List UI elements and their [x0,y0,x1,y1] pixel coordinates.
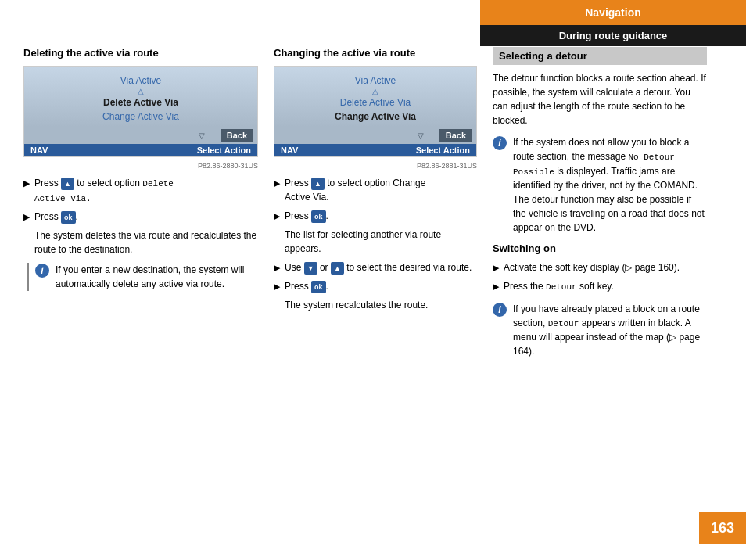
left-nav-screen: Via Active △ Delete Active Via Change Ac… [23,66,258,157]
left-caption: P82.86-2880-31US [23,162,258,170]
left-step-1-text: Press ▲ to select option DeleteActive Vi… [34,176,174,205]
nav-down-arrow-left: ▽ [199,131,205,140]
mid-column: Changing the active via route Via Active… [274,47,477,529]
right-column: Selecting a detour The detour function b… [493,47,723,529]
detour-code: Detour [546,282,577,292]
bullet-arrow-2: ▶ [23,210,30,224]
ok-btn-mid-1: ok [311,210,326,223]
left-step-1: ▶ Press ▲ to select option DeleteActive … [23,176,258,205]
left-step-2-text: Press ok. [34,210,78,224]
main-content: Deleting the active via route Via Active… [0,0,746,560]
no-detour-code: No Detour Possible [513,153,675,177]
switch-step-1-text: Activate the soft key display (▷ page 16… [504,260,680,275]
switch-step-2-text: Press the Detour soft key. [504,279,614,294]
detour-section-title: Selecting a detour [493,47,707,65]
up-btn-mid: ▲ [311,178,325,190]
mid-result-1: The list for selecting another via route… [285,228,477,256]
bullet-arrow-mid-3: ▶ [274,261,280,275]
switch-step-1: ▶ Activate the soft key display (▷ page … [493,260,707,275]
up-btn-mid-2: ▲ [331,262,344,275]
left-info-text: If you enter a new destination, the syst… [56,263,258,291]
left-section-title: Deleting the active via route [23,47,258,59]
right-info-1-text: If the system does not allow you to bloc… [513,135,707,235]
mid-caption: P82.86-2881-31US [274,162,477,170]
nav-status-left-mid: NAV [281,145,298,155]
bullet-arrow-right-1: ▶ [493,261,499,275]
bullet-arrow-1: ▶ [23,177,30,190]
mid-step-2: ▶ Press ok. [274,209,477,223]
left-info-bar [27,263,29,291]
back-button-left[interactable]: Back [221,129,253,142]
mid-step-1-text: Press ▲ to select option ChangeActive Vi… [285,176,425,204]
left-step-2: ▶ Press ok. [23,210,258,224]
mid-nav-screen: Via Active △ Delete Active Via Change Ac… [274,66,477,157]
bullet-arrow-mid-1: ▶ [274,177,280,190]
detour-code-2: Detour [548,319,579,328]
mid-result-2: The system recalculates the route. [285,298,477,312]
bullet-arrow-mid-4: ▶ [274,280,280,293]
nav-status-right-mid: Select Action [416,145,470,155]
info-icon-right-1: i [493,136,507,150]
switch-steps: ▶ Activate the soft key display (▷ page … [493,260,707,294]
nav-status-right-left: Select Action [197,145,251,155]
info-icon-left: i [35,264,49,278]
nav-down-arrow-mid: ▽ [418,131,424,140]
nav-up-arrow-left: △ [32,88,249,95]
mid-section-title: Changing the active via route [274,47,477,59]
nav-item-delete-active: Delete Active Via [32,95,249,109]
back-button-mid[interactable]: Back [439,129,472,142]
mid-step-4: ▶ Press ok. [274,279,477,293]
left-info-box: i If you enter a new destination, the sy… [23,263,258,291]
right-info-2-text: If you have already placed a block on a … [513,302,707,359]
nav-item-delete-mid: Delete Active Via [282,95,468,109]
nav-up-arrow-mid: △ [282,88,468,95]
mid-steps: ▶ Press ▲ to select option ChangeActive … [274,176,477,223]
switch-step-2: ▶ Press the Detour soft key. [493,279,707,294]
nav-item-change-active-left: Change Active Via [32,109,249,124]
right-info-2: i If you have already placed a block on … [493,302,707,359]
down-btn-mid: ▼ [304,262,317,275]
left-result: The system deletes the via route and rec… [34,228,258,257]
mid-steps-2: ▶ Use ▼ or ▲ to select the desired via r… [274,260,477,293]
ok-btn-left-1: ok [61,211,76,224]
up-btn-1: ▲ [61,178,74,190]
info-icon-right-2: i [493,303,507,317]
bullet-arrow-right-2: ▶ [493,280,499,293]
mid-step-3-text: Use ▼ or ▲ to select the desired via rou… [285,260,472,275]
nav-item-via-active-left: Via Active [32,74,249,88]
mid-step-2-text: Press ok. [285,209,328,223]
detour-desc: The detour function blocks a route secti… [493,71,707,127]
left-steps: ▶ Press ▲ to select option DeleteActive … [23,176,258,224]
bullet-arrow-mid-2: ▶ [274,210,280,223]
switching-on-title: Switching on [493,242,707,254]
mid-step-1: ▶ Press ▲ to select option ChangeActive … [274,176,477,204]
mid-step-4-text: Press ok. [285,279,328,293]
nav-item-change-active-mid: Change Active Via [282,109,468,124]
nav-status-left-left: NAV [30,145,48,155]
ok-btn-mid-2: ok [311,281,326,293]
nav-item-via-active-mid: Via Active [282,74,468,88]
left-column: Deleting the active via route Via Active… [23,47,258,529]
right-info-1: i If the system does not allow you to bl… [493,135,707,235]
mid-step-3: ▶ Use ▼ or ▲ to select the desired via r… [274,260,477,275]
